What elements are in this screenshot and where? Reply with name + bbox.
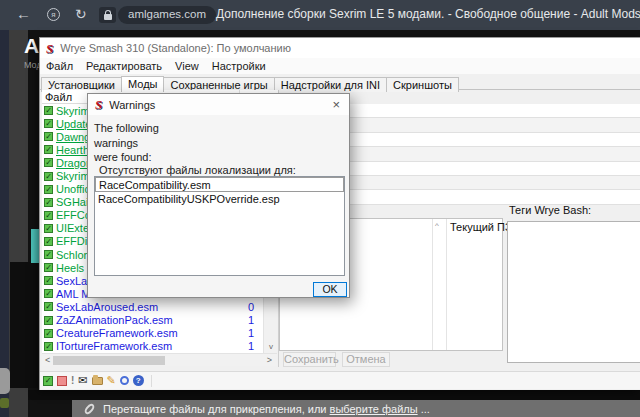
dialog-title: Warnings <box>109 99 155 111</box>
dialog-message-line: warnings <box>94 136 159 151</box>
dialog-listbox[interactable]: RaceCompatibility.esmRaceCompatibilityUS… <box>94 176 345 276</box>
plugin-icon[interactable]: ! <box>71 376 74 386</box>
close-icon[interactable]: × <box>332 97 340 112</box>
checkbox-checked-icon[interactable]: ✓ <box>44 316 53 325</box>
lock-icon[interactable] <box>99 7 116 23</box>
extension-icon[interactable]: я <box>47 8 60 21</box>
page-tab-title: Дополнение сборки Sexrim LE 5 модами. - … <box>216 7 640 21</box>
checkbox-checked-icon[interactable]: ✓ <box>44 224 53 233</box>
save-button[interactable]: Сохранить <box>283 352 336 367</box>
list-item[interactable]: RaceCompatibility.esm <box>95 177 344 192</box>
menu-редактировать[interactable]: Редактировать <box>86 60 162 72</box>
checkbox-checked-icon[interactable]: ✓ <box>44 211 53 220</box>
table-row[interactable]: ✓CreatureFramework.esm1 <box>42 327 263 340</box>
table-row[interactable]: ✓ITortureFramework.esm1 <box>42 340 263 353</box>
checkbox-checked-icon[interactable]: ✓ <box>44 132 53 141</box>
page-dark-block <box>10 262 38 388</box>
page-green-badge <box>0 398 9 408</box>
ok-button[interactable]: OK <box>313 282 347 297</box>
horizontal-scrollbar[interactable]: < > <box>42 353 277 366</box>
bash-tags-label: Теги Wrye Bash: <box>509 204 591 216</box>
menu-bar: ФайлРедактироватьViewНастройки <box>40 58 640 74</box>
bash-tags-textarea[interactable] <box>507 221 640 363</box>
warnings-dialog: S Warnings × The followingwarningswere f… <box>87 93 350 298</box>
statusbar-divider <box>151 375 152 387</box>
status-bar: ✓!✉✎? <box>40 371 640 389</box>
dialog-message: The followingwarningswere found: <box>94 121 159 165</box>
scrollbar-thumb[interactable] <box>53 356 165 365</box>
wrye-smash-app-icon: S <box>46 42 53 55</box>
checkbox-checked-icon[interactable]: ✓ <box>44 158 53 167</box>
file-column-header[interactable]: Файл <box>45 91 72 103</box>
edit-icon[interactable]: ✎ <box>107 375 116 386</box>
wrye-smash-app-icon: S <box>95 98 102 111</box>
screen: ← я ↻ amlgames.com Дополнение сборки Sex… <box>0 0 640 417</box>
window-titlebar: S Wrye Smash 310 (Standalone): По умолча… <box>40 38 640 58</box>
paperclip-icon <box>83 402 96 416</box>
menu-настройки[interactable]: Настройки <box>212 60 266 72</box>
checkbox-checked-icon[interactable]: ✓ <box>44 302 53 311</box>
back-icon[interactable]: ← <box>16 5 31 22</box>
menu-файл[interactable]: Файл <box>46 60 73 72</box>
cancel-button[interactable]: Отмена <box>342 352 390 367</box>
tab-bar: УстановщикиМодыСохраненные игрыНадстройк… <box>40 74 640 90</box>
tab-моды[interactable]: Моды <box>121 76 165 92</box>
checkbox-checked-icon[interactable]: ✓ <box>44 342 53 351</box>
checkbox-checked-icon[interactable]: ✓ <box>44 263 53 272</box>
tab-скриншоты[interactable]: Скриншоты <box>386 77 459 92</box>
address-bar[interactable]: amlgames.com <box>118 6 216 24</box>
mod-name: CreatureFramework.esm <box>56 327 178 339</box>
checkbox-checked-icon[interactable]: ✓ <box>44 198 53 207</box>
checkbox-checked-icon[interactable]: ✓ <box>44 119 53 128</box>
mod-name: ITortureFramework.esm <box>56 340 172 352</box>
mod-name: ZaZAnimationPack.esm <box>56 314 173 326</box>
window-title: Wrye Smash 310 (Standalone): По умолчани… <box>60 42 291 54</box>
table-row[interactable]: ✓ZaZAnimationPack.esm1 <box>42 314 263 327</box>
browser-toolbar: ← я ↻ amlgames.com Дополнение сборки Sex… <box>0 0 640 30</box>
current-lo-column-header[interactable]: Текущий ПЗ <box>450 221 512 233</box>
package-count: 0 <box>238 301 264 313</box>
checkbox-checked-icon[interactable]: ✓ <box>44 276 53 285</box>
folder-icon[interactable] <box>92 377 103 385</box>
installers-icon[interactable] <box>57 376 67 386</box>
tab-надстройки для ini[interactable]: Надстройки для INI <box>274 77 387 92</box>
sort-asc-icon: ^ <box>435 221 439 230</box>
attachment-text: Перетащите файлы для прикрепления, или в… <box>103 403 430 415</box>
scroll-down-icon[interactable]: v <box>264 340 278 353</box>
checkbox-checked-icon[interactable]: ✓ <box>44 289 53 298</box>
envelope-icon[interactable]: ✉ <box>78 375 87 386</box>
page-left-strip <box>0 30 9 417</box>
table-row[interactable]: ✓SexLabAroused.esm0 <box>42 300 263 313</box>
menu-view[interactable]: View <box>175 60 199 72</box>
page-scroll-blob <box>0 368 10 394</box>
dialog-titlebar[interactable]: S Warnings × <box>88 94 349 115</box>
checkbox-checked-icon[interactable]: ✓ <box>44 106 53 115</box>
refresh-icon[interactable]: ↻ <box>75 6 87 22</box>
mod-name: SexLabAroused.esm <box>56 301 158 313</box>
dialog-message-line: The following <box>94 121 159 136</box>
page-bottom-strip <box>28 390 640 400</box>
choose-files-link[interactable]: выберите файлы <box>330 403 418 415</box>
scroll-left-icon[interactable]: < <box>45 354 50 367</box>
dialog-message-line: were found: <box>94 150 159 165</box>
settings-icon[interactable] <box>120 376 129 385</box>
checkbox-checked-icon[interactable]: ✓ <box>44 185 53 194</box>
dialog-list-label: Отсутствуют файлы локализации для: <box>99 164 296 176</box>
mods-check-icon[interactable]: ✓ <box>43 376 53 386</box>
package-count: 1 <box>238 327 264 339</box>
list-item[interactable]: RaceCompatibilityUSKPOverride.esp <box>95 192 344 207</box>
package-count: 1 <box>238 314 264 326</box>
scroll-right-icon[interactable]: > <box>267 354 272 367</box>
package-count: 1 <box>238 340 264 352</box>
help-icon[interactable]: ? <box>133 375 144 386</box>
checkbox-checked-icon[interactable]: ✓ <box>44 172 53 181</box>
checkbox-checked-icon[interactable]: ✓ <box>44 237 53 246</box>
checkbox-checked-icon[interactable]: ✓ <box>44 329 53 338</box>
checkbox-checked-icon[interactable]: ✓ <box>44 145 53 154</box>
attachment-bar: Перетащите файлы для прикрепления, или в… <box>72 400 640 417</box>
checkbox-checked-icon[interactable]: ✓ <box>44 250 53 259</box>
